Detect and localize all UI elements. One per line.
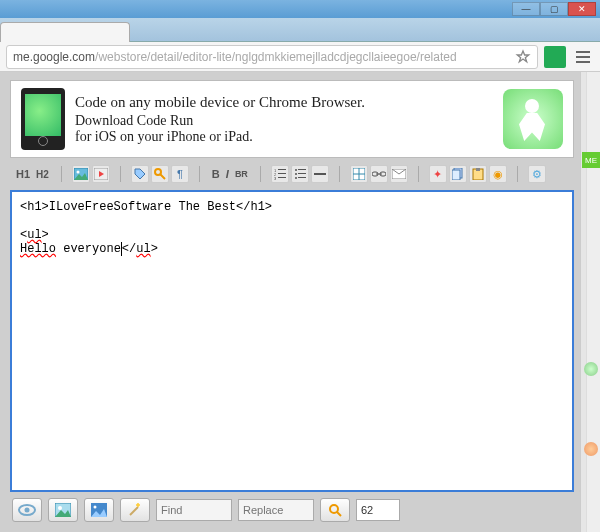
bold-button[interactable]: B <box>210 165 222 183</box>
banner-line1: Code on any mobile device or Chrome Brow… <box>75 94 493 111</box>
editor-text: Hello <box>20 242 56 256</box>
svg-point-33 <box>94 506 97 509</box>
browser-toolbar: me.google.com/webstore/detail/editor-lit… <box>0 42 600 72</box>
find-input[interactable] <box>156 499 232 521</box>
svg-rect-27 <box>476 168 480 171</box>
separator <box>199 166 200 182</box>
image-button[interactable] <box>72 165 90 183</box>
banner-line3: for iOS on your iPhone or iPad. <box>75 129 493 145</box>
mail-button[interactable] <box>390 165 408 183</box>
svg-point-34 <box>330 505 338 513</box>
editor-text: everyone <box>56 242 121 256</box>
editor-tag: </h1> <box>236 200 272 214</box>
svg-point-12 <box>295 173 297 175</box>
separator <box>260 166 261 182</box>
ordered-list-button[interactable]: 123 <box>271 165 289 183</box>
bookmark-star-icon[interactable] <box>515 49 531 65</box>
insert-image-button[interactable] <box>48 498 78 522</box>
separator <box>339 166 340 182</box>
editor-bottombar <box>10 496 574 524</box>
chrome-menu-icon[interactable] <box>572 46 594 68</box>
svg-point-14 <box>295 177 297 179</box>
embed-button[interactable] <box>92 165 110 183</box>
paste-button[interactable] <box>469 165 487 183</box>
separator <box>120 166 121 182</box>
hr-button[interactable] <box>311 165 329 183</box>
unordered-list-button[interactable] <box>291 165 309 183</box>
wand-button[interactable]: ✦ <box>429 165 447 183</box>
tag-button[interactable] <box>131 165 149 183</box>
sidebar-blob-icon <box>584 362 598 376</box>
url-path: /webstore/detail/editor-lite/nglgdmkkiem… <box>95 50 457 64</box>
paragraph-button[interactable]: ¶ <box>171 165 189 183</box>
svg-point-31 <box>58 506 62 510</box>
url-host: me.google.com <box>13 50 95 64</box>
maximize-button[interactable]: ▢ <box>540 2 568 16</box>
svg-rect-13 <box>298 173 306 174</box>
app-content: ✕ Code on any mobile device or Chrome Br… <box>0 72 600 532</box>
heading1-button[interactable]: H1 <box>14 165 32 183</box>
runner-icon <box>503 89 563 149</box>
banner-text: Code on any mobile device or Chrome Brow… <box>75 94 493 145</box>
code-editor[interactable]: <h1>ILoveFreeSoftware The Best</h1> <ul>… <box>10 190 574 492</box>
svg-point-1 <box>76 171 79 174</box>
help-button[interactable]: ◉ <box>489 165 507 183</box>
preview-button[interactable] <box>12 498 42 522</box>
count-field[interactable] <box>356 499 400 521</box>
svg-rect-15 <box>298 177 306 178</box>
settings-gear-icon[interactable]: ⚙ <box>528 165 546 183</box>
sidebar-tag: ME <box>582 152 600 168</box>
search-button[interactable] <box>320 498 350 522</box>
address-bar[interactable]: me.google.com/webstore/detail/editor-lit… <box>6 45 538 69</box>
table-button[interactable] <box>350 165 368 183</box>
svg-point-29 <box>25 508 30 513</box>
close-button[interactable]: ✕ <box>568 2 596 16</box>
svg-point-10 <box>295 169 297 171</box>
link-button[interactable] <box>370 165 388 183</box>
linebreak-button[interactable]: BR <box>233 165 250 183</box>
svg-text:3: 3 <box>274 176 277 180</box>
key-button[interactable] <box>151 165 169 183</box>
separator <box>517 166 518 182</box>
separator <box>61 166 62 182</box>
separator <box>418 166 419 182</box>
italic-button[interactable]: I <box>224 165 231 183</box>
extension-button[interactable] <box>544 46 566 68</box>
browser-tabstrip <box>0 18 600 42</box>
magic-button[interactable] <box>120 498 150 522</box>
scrollbar-track[interactable] <box>586 72 600 532</box>
minimize-button[interactable]: — <box>512 2 540 16</box>
svg-rect-25 <box>452 170 460 180</box>
phone-icon <box>21 88 65 150</box>
editor-text: ILoveFreeSoftware The Best <box>49 200 236 214</box>
insert-picture-button[interactable] <box>84 498 114 522</box>
replace-input[interactable] <box>238 499 314 521</box>
svg-rect-5 <box>278 169 286 170</box>
svg-rect-11 <box>298 169 306 170</box>
svg-rect-7 <box>278 173 286 174</box>
editor-tag: </ul> <box>122 242 158 256</box>
editor-tag: <ul> <box>20 228 49 242</box>
svg-rect-16 <box>314 173 326 175</box>
banner-line2: Download Code Run <box>75 113 493 129</box>
window-titlebar: — ▢ ✕ <box>0 0 600 18</box>
right-edge-strip: ME <box>580 72 600 532</box>
copy-button[interactable] <box>449 165 467 183</box>
editor-toolbar: H1 H2 ¶ B I BR 123 <box>10 162 574 186</box>
promo-banner[interactable]: Code on any mobile device or Chrome Brow… <box>10 80 574 158</box>
browser-tab[interactable] <box>0 22 130 42</box>
editor-tag: <h1> <box>20 200 49 214</box>
heading2-button[interactable]: H2 <box>34 165 51 183</box>
svg-rect-9 <box>278 177 286 178</box>
sidebar-blob-icon <box>584 442 598 456</box>
